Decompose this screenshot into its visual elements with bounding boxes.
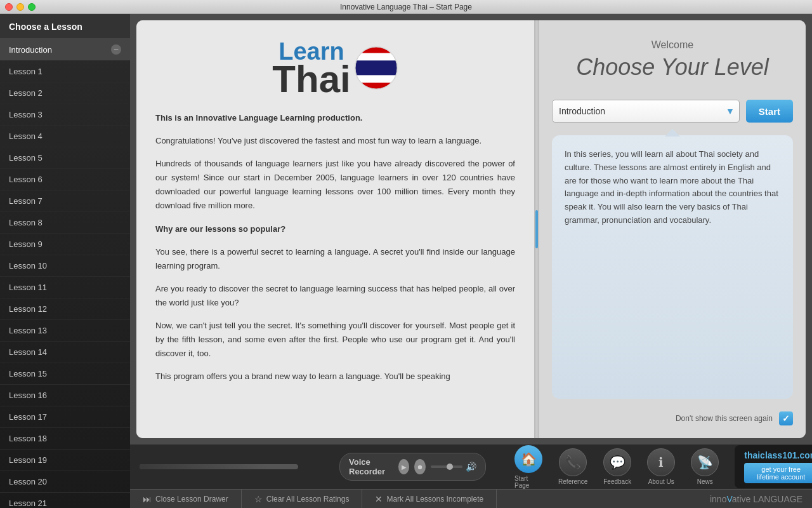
logo-text: Learn Thai [272, 39, 350, 98]
start-button[interactable]: Start [746, 100, 793, 123]
sidebar-item-lesson6[interactable]: Lesson 6 [0, 169, 130, 190]
play-button[interactable]: ▶ [398, 459, 410, 474]
article-p3: You see, there is a powerful secret to l… [155, 245, 515, 273]
nav-feedback[interactable]: 💬 Feedback [597, 445, 638, 488]
article-p4: Are you ready to discover the secret to … [155, 282, 515, 310]
choose-level-title: Choose Your Level [552, 54, 793, 81]
sidebar-item-label: Lesson 9 [9, 239, 43, 249]
brand-url: thaiclass101.com [744, 450, 812, 460]
sidebar-item-lesson20[interactable]: Lesson 20 [0, 471, 130, 493]
description-bubble: In this series, you will learn all about… [552, 135, 793, 399]
sidebar-item-lesson12[interactable]: Lesson 12 [0, 298, 130, 320]
nav-reference-label: Reference [558, 478, 587, 485]
sidebar-item-label: Lesson 4 [9, 131, 43, 141]
sidebar-item-lesson3[interactable]: Lesson 3 [0, 104, 130, 126]
sidebar-item-collapse-icon[interactable]: – [111, 44, 121, 55]
sidebar-item-label: Lesson 13 [9, 326, 47, 335]
left-content[interactable]: Learn Thai [136, 20, 534, 438]
sidebar-item-lesson7[interactable]: Lesson 7 [0, 190, 130, 212]
brand-area: thaiclass101.com get your free lifetime … [735, 445, 812, 488]
sidebar-item-lesson10[interactable]: Lesson 10 [0, 255, 130, 277]
nav-start-page[interactable]: 🏠 Start Page [508, 442, 549, 492]
sidebar-header: Choose a Lesson [0, 14, 130, 39]
sidebar-item-lesson18[interactable]: Lesson 18 [0, 428, 130, 450]
main-panel: Learn Thai [136, 20, 806, 438]
sidebar-item-lesson13[interactable]: Lesson 13 [0, 320, 130, 342]
news-icon: 📡 [691, 448, 719, 476]
brand-cta[interactable]: get your free lifetime account [744, 463, 812, 483]
minimize-button[interactable] [16, 3, 24, 11]
record-button[interactable]: ⏺ [414, 459, 426, 474]
content-divider [534, 20, 539, 438]
logo-thai: Thai [272, 60, 350, 98]
right-panel: Welcome Choose Your Level Introduction B… [539, 20, 806, 438]
level-dropdown[interactable]: Introduction Beginner Intermediate Advan… [552, 100, 740, 123]
sidebar-item-label: Introduction [9, 45, 52, 55]
close-button[interactable] [5, 3, 13, 11]
sidebar-item-label: Lesson 16 [9, 391, 47, 400]
mark-incomplete-label: Mark All Lessons Incomplete [386, 495, 483, 504]
sidebar-item-lesson19[interactable]: Lesson 19 [0, 450, 130, 471]
sidebar-item-lesson14[interactable]: Lesson 14 [0, 342, 130, 363]
app-container: Choose a Lesson Introduction – Lesson 1 … [0, 14, 812, 508]
sidebar-item-label: Lesson 20 [9, 477, 47, 486]
sidebar-item-lesson9[interactable]: Lesson 9 [0, 234, 130, 255]
mark-incomplete-button[interactable]: ✕ Mark All Lessons Incomplete [362, 490, 497, 508]
window-title: Innovative Language Thai – Start Page [340, 3, 472, 11]
article-p1: Congratulations! You've just discovered … [155, 134, 515, 148]
traffic-lights[interactable] [5, 3, 36, 11]
nav-start-page-label: Start Page [514, 475, 542, 489]
recorder-controls: Voice Recorder ▶ ⏺ 🔊 [339, 453, 486, 481]
dont-show-label: Don't show this screen again [676, 414, 773, 423]
nav-news-label: News [697, 478, 713, 485]
sidebar-item-label: Lesson 19 [9, 455, 47, 465]
welcome-text: Welcome [552, 39, 793, 51]
maximize-button[interactable] [28, 3, 36, 11]
sidebar-item-label: Lesson 11 [9, 283, 47, 292]
article-bold-why: Why are our lessons so popular? [155, 224, 285, 234]
sidebar-item-lesson4[interactable]: Lesson 4 [0, 126, 130, 147]
feedback-icon: 💬 [603, 448, 631, 476]
content-area: Learn Thai [130, 14, 812, 508]
voice-recorder-label: Voice Recorder [349, 457, 393, 476]
sidebar-item-lesson21[interactable]: Lesson 21 [0, 493, 130, 508]
sidebar-item-label: Lesson 5 [9, 153, 43, 163]
sidebar-list: Introduction – Lesson 1 Lesson 2 Lesson … [0, 39, 130, 508]
progress-fill [140, 464, 266, 469]
nav-about-us[interactable]: ℹ About Us [641, 445, 681, 488]
star-icon: ☆ [254, 494, 263, 504]
close-lesson-drawer-label: Close Lesson Drawer [155, 495, 228, 504]
sidebar: Choose a Lesson Introduction – Lesson 1 … [0, 14, 130, 508]
home-icon: 🏠 [514, 445, 542, 473]
sidebar-item-introduction[interactable]: Introduction – [0, 39, 130, 61]
sidebar-item-lesson11[interactable]: Lesson 11 [0, 277, 130, 298]
dont-show-checkbox[interactable] [779, 411, 793, 425]
dont-show-row: Don't show this screen again [552, 411, 793, 425]
sidebar-item-lesson8[interactable]: Lesson 8 [0, 212, 130, 234]
nav-about-label: About Us [648, 478, 674, 485]
about-icon: ℹ [647, 448, 675, 476]
close-lesson-drawer-button[interactable]: ⏭ Close Lesson Drawer [130, 490, 242, 508]
sidebar-item-lesson16[interactable]: Lesson 16 [0, 385, 130, 406]
nav-reference[interactable]: 📞 Reference [552, 445, 594, 488]
sidebar-item-label: Lesson 1 [9, 67, 43, 76]
sidebar-item-lesson5[interactable]: Lesson 5 [0, 147, 130, 169]
sidebar-item-lesson2[interactable]: Lesson 2 [0, 83, 130, 104]
clear-ratings-button[interactable]: ☆ Clear All Lesson Ratings [242, 490, 363, 508]
sidebar-item-lesson15[interactable]: Lesson 15 [0, 363, 130, 385]
sidebar-item-label: Lesson 7 [9, 196, 43, 206]
logo-area: Learn Thai [155, 33, 515, 111]
sidebar-item-label: Lesson 3 [9, 110, 43, 119]
sidebar-item-label: Lesson 15 [9, 369, 47, 378]
sidebar-item-label: Lesson 2 [9, 88, 43, 98]
article-p2: Hundreds of thousands of language learne… [155, 157, 515, 213]
level-dropdown-wrapper[interactable]: Introduction Beginner Intermediate Advan… [552, 100, 740, 123]
volume-slider[interactable] [431, 465, 462, 468]
progress-bar [140, 464, 298, 469]
nav-feedback-label: Feedback [603, 478, 631, 485]
sidebar-item-lesson17[interactable]: Lesson 17 [0, 406, 130, 428]
sidebar-item-lesson1[interactable]: Lesson 1 [0, 61, 130, 83]
nav-news[interactable]: 📡 News [684, 445, 725, 488]
sidebar-item-label: Lesson 10 [9, 261, 47, 271]
reference-icon: 📞 [559, 448, 587, 476]
